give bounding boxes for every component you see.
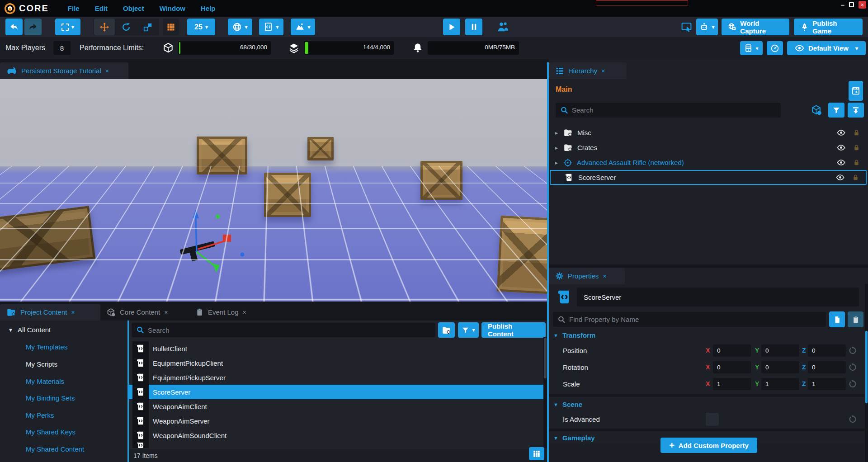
close-icon[interactable]: ×: [71, 309, 75, 316]
bot-assistant-dropdown[interactable]: ▾: [696, 19, 718, 35]
sidebar-item-my-perks[interactable]: My Perks: [26, 411, 54, 419]
object-name-input[interactable]: [577, 288, 859, 306]
file-row-equipmentpickupclient[interactable]: EquipmentPickupClient: [129, 356, 543, 370]
hierarchy-row-misc[interactable]: ▸ Misc: [550, 125, 867, 140]
file-row-scoreserver[interactable]: ScoreServer: [129, 385, 543, 399]
transform-gizmo[interactable]: [149, 206, 267, 287]
hierarchy-filter-button[interactable]: [828, 103, 844, 118]
section-gameplay[interactable]: ▼ Gameplay: [553, 434, 595, 442]
menu-file[interactable]: File: [68, 5, 80, 12]
default-view-dropdown[interactable]: Default View ▾: [787, 41, 866, 55]
visibility-icon[interactable]: [837, 158, 845, 167]
properties-scrollbar[interactable]: [865, 284, 868, 462]
grid-snap-button[interactable]: [163, 19, 179, 35]
hierarchy-row-crates[interactable]: ▸ Crates: [550, 140, 867, 155]
section-scene[interactable]: ▼ Scene: [553, 401, 582, 408]
expand-icon[interactable]: ▸: [555, 145, 562, 151]
rotation-z-input[interactable]: [808, 361, 846, 373]
performance-gauge-button[interactable]: [767, 41, 783, 55]
world-capture-button[interactable]: World Capture: [722, 19, 789, 35]
maximize-button[interactable]: [849, 2, 854, 7]
save-dropdown[interactable]: ▾: [740, 41, 763, 55]
scale-tool-button[interactable]: [137, 19, 158, 35]
menu-window[interactable]: Window: [160, 5, 185, 12]
gizmo-x-axis[interactable]: [198, 235, 231, 249]
crate-center[interactable]: [264, 173, 311, 217]
menu-object[interactable]: Object: [123, 5, 144, 12]
reset-icon[interactable]: [849, 380, 857, 388]
expand-icon[interactable]: ▸: [555, 130, 562, 136]
close-icon[interactable]: ×: [603, 273, 606, 280]
rotate-tool-button[interactable]: [116, 19, 137, 35]
move-tool-button[interactable]: [94, 19, 115, 35]
file-row-weaponaimserver[interactable]: WeaponAimServer: [129, 414, 543, 428]
crate-mid-left[interactable]: [197, 137, 247, 174]
file-row-partial[interactable]: [129, 443, 543, 448]
content-list-scrollbar[interactable]: [543, 337, 547, 448]
script-dropdown[interactable]: ▾: [259, 19, 283, 35]
viewport-tab[interactable]: Persistent Storage Tutorial ×: [0, 62, 128, 79]
file-row-weaponaimsoundclient[interactable]: WeaponAimSoundClient: [129, 428, 543, 443]
sidebar-item-my-shared-content[interactable]: My Shared Content: [26, 445, 84, 453]
minimize-button[interactable]: –: [841, 1, 844, 9]
add-custom-property-button[interactable]: + Add Custom Property: [660, 438, 757, 453]
paste-properties-button[interactable]: [848, 311, 863, 327]
hierarchy-search-input[interactable]: [556, 103, 781, 118]
section-transform[interactable]: ▼ Transform: [553, 331, 595, 339]
position-z-input[interactable]: [808, 344, 846, 357]
visibility-icon[interactable]: [837, 128, 845, 137]
close-icon[interactable]: ×: [164, 309, 168, 316]
hierarchy-row-assault-rifle[interactable]: ▸ Advanced Assault Rifle (networked): [550, 155, 867, 170]
scale-x-input[interactable]: [713, 378, 751, 390]
properties-tab[interactable]: Properties ×: [549, 268, 625, 284]
close-window-button[interactable]: ×: [859, 1, 866, 9]
copy-properties-button[interactable]: [829, 311, 845, 327]
tab-core-content[interactable]: Core Content ×: [100, 304, 189, 321]
menu-help[interactable]: Help: [201, 5, 216, 12]
visibility-icon[interactable]: [837, 143, 845, 152]
sidebar-item-my-materials[interactable]: My Materials: [26, 377, 64, 385]
sidebar-item-my-scripts[interactable]: My Scripts: [26, 360, 57, 368]
sidebar-item-my-templates[interactable]: My Templates: [26, 343, 67, 351]
lock-icon[interactable]: [853, 129, 860, 137]
scale-y-input[interactable]: [761, 378, 799, 390]
is-advanced-checkbox[interactable]: [706, 413, 719, 426]
scale-z-input[interactable]: [808, 378, 846, 390]
select-tool-button[interactable]: ▾: [55, 19, 80, 35]
crate-right[interactable]: [420, 161, 462, 200]
pause-button[interactable]: [465, 19, 482, 35]
terrain-dropdown[interactable]: ▾: [291, 19, 315, 35]
crate-small-top[interactable]: [307, 137, 334, 160]
import-button[interactable]: [848, 103, 864, 118]
core-logo[interactable]: CORE: [5, 3, 49, 14]
redo-button[interactable]: [24, 19, 42, 35]
gizmo-green-handle[interactable]: [216, 215, 220, 219]
gizmo-y-axis[interactable]: [197, 252, 220, 273]
networked-filter-icon[interactable]: [811, 104, 822, 116]
close-icon[interactable]: ×: [105, 67, 109, 75]
lock-icon[interactable]: [853, 144, 860, 151]
hierarchy-tab[interactable]: Hierarchy ×: [549, 62, 627, 79]
hierarchy-row-scoreserver[interactable]: ▸ ScoreServer: [550, 170, 867, 185]
world-settings-dropdown[interactable]: ▾: [228, 19, 252, 35]
undo-button[interactable]: [5, 19, 23, 35]
reset-icon[interactable]: [849, 415, 857, 424]
crate-right-edge[interactable]: [497, 216, 547, 295]
grid-view-button[interactable]: [529, 447, 544, 460]
menu-edit[interactable]: Edit: [95, 5, 108, 12]
screen-share-icon[interactable]: [681, 21, 692, 33]
visibility-icon[interactable]: [836, 173, 844, 182]
gizmo-blue-handle[interactable]: [241, 253, 245, 257]
rotation-x-input[interactable]: [713, 361, 751, 373]
multiplayer-preview-icon[interactable]: [497, 21, 509, 33]
property-search-input[interactable]: [553, 312, 826, 327]
expand-icon[interactable]: ▸: [555, 160, 562, 166]
rotation-y-input[interactable]: [761, 361, 799, 373]
position-y-input[interactable]: [761, 344, 799, 357]
tab-event-log[interactable]: Event Log ×: [189, 304, 265, 321]
content-filter-dropdown[interactable]: ▾: [458, 322, 479, 338]
file-row-equipmentpickupserver[interactable]: EquipmentPickupServer: [129, 370, 543, 385]
lock-icon[interactable]: [852, 174, 859, 181]
sidebar-item-all-content[interactable]: ▼ All Content: [8, 326, 51, 334]
scrollbar-thumb[interactable]: [865, 331, 868, 403]
